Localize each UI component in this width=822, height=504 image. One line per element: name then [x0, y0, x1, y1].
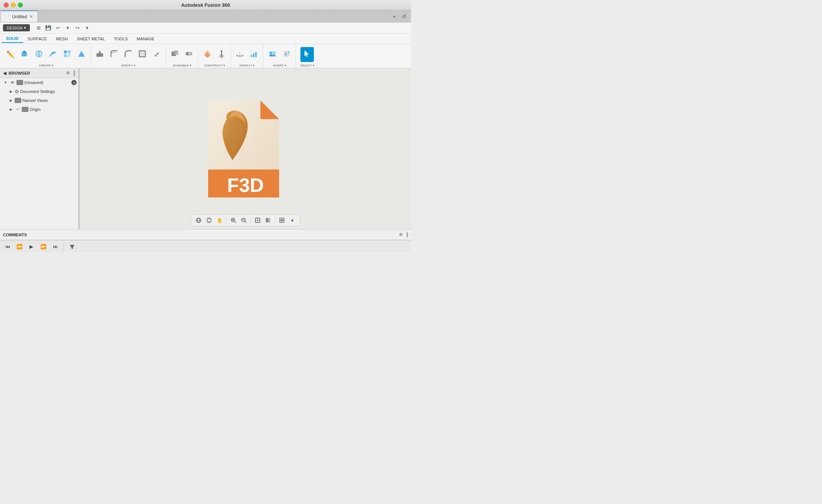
insert-canvas-button[interactable] — [266, 47, 279, 62]
inspect-label: INSPECT ▾ — [240, 64, 255, 67]
tree-item-label: Origin — [30, 107, 77, 112]
viewport-toolbar: ✋ — [191, 214, 300, 226]
more-display-button[interactable]: ▾ — [288, 216, 297, 225]
tree-item-named-views[interactable]: ▶ Named Views — [0, 96, 78, 105]
tab-surface[interactable]: SURFACE — [23, 35, 52, 43]
new-tab-button[interactable]: + — [390, 12, 398, 21]
chamfer-icon — [124, 50, 132, 59]
sketch-button[interactable]: ✏️ — [4, 47, 17, 62]
svg-rect-59 — [269, 218, 271, 223]
skip-start-button[interactable]: ⏮ — [3, 242, 12, 251]
ribbon-group-select: SELECT ▾ — [296, 44, 318, 68]
pan-button[interactable]: ✋ — [215, 216, 224, 225]
press-pull-button[interactable] — [93, 47, 106, 62]
redo-dropdown-button[interactable]: ▾ — [83, 24, 91, 32]
joint-button[interactable] — [182, 47, 196, 62]
folder-icon — [16, 80, 23, 85]
refresh-button[interactable]: ↺ — [400, 12, 408, 21]
redo-button[interactable]: ↪ — [73, 24, 81, 32]
ribbon-group-create: ✏️ — [1, 44, 91, 68]
tab-solid[interactable]: SOLID — [1, 35, 23, 43]
tree-item-root[interactable]: ▼ 👁 (Unsaved) ● — [0, 78, 78, 87]
revolve-button[interactable] — [32, 47, 46, 62]
svg-line-53 — [245, 221, 247, 223]
pattern-button[interactable] — [61, 47, 74, 62]
visibility-eye-icon[interactable]: 👁 — [9, 80, 15, 85]
main-area: ◀ BROWSER ⚙ ▼ 👁 (Unsaved) ● ▶ ⚙ Document… — [0, 68, 411, 229]
svg-point-3 — [37, 51, 40, 57]
analysis-button[interactable] — [247, 47, 261, 62]
sweep-button[interactable] — [46, 47, 60, 62]
svg-marker-39 — [305, 50, 309, 57]
filter-button[interactable] — [68, 242, 77, 251]
canvas-area[interactable]: F3D — [80, 68, 411, 229]
select-button[interactable] — [300, 47, 314, 62]
browser-settings-button[interactable]: ⚙ — [65, 70, 71, 77]
extrude-button[interactable] — [18, 47, 31, 62]
tab-tools[interactable]: TOOLS — [109, 35, 132, 43]
visibility-eye-icon[interactable]: 👁 — [15, 106, 21, 112]
svg-rect-16 — [174, 50, 178, 55]
chevron-right-icon: ▶ — [8, 107, 13, 112]
tab-close-icon[interactable]: ✕ — [30, 14, 33, 19]
svg-rect-6 — [68, 50, 71, 53]
zoom-fit-button[interactable] — [229, 216, 238, 225]
construct-tools — [201, 46, 228, 63]
measure-button[interactable] — [233, 47, 247, 62]
display-mode-button[interactable] — [253, 216, 262, 225]
chevron-right-icon: ▶ — [8, 89, 13, 94]
step-forward-button[interactable]: ⏩ — [39, 242, 48, 251]
workspace-button[interactable]: DESIGN ▾ — [3, 24, 30, 31]
measure-icon — [236, 50, 244, 59]
fit-button[interactable] — [205, 216, 214, 225]
close-button[interactable] — [4, 3, 9, 7]
appearance-button[interactable] — [264, 216, 273, 225]
svg-line-49 — [235, 221, 236, 223]
offset-plane-button[interactable] — [201, 47, 214, 62]
tab-manage[interactable]: MANAGE — [132, 35, 159, 43]
ribbon: ✏️ — [0, 44, 411, 68]
play-button[interactable]: ▶ — [27, 242, 36, 251]
select-tools — [300, 46, 314, 63]
orbit-button[interactable] — [194, 216, 203, 225]
undo-dropdown-button[interactable]: ▾ — [64, 24, 72, 32]
tree-item-doc-settings[interactable]: ▶ ⚙ Document Settings — [0, 87, 78, 96]
insert-tools: A — [266, 46, 293, 63]
pattern-icon — [63, 50, 71, 59]
svg-rect-58 — [266, 218, 269, 223]
collapse-icon[interactable]: ◀ — [3, 71, 6, 76]
axis-icon — [217, 50, 226, 59]
new-component-button[interactable] — [168, 47, 182, 62]
skip-end-button[interactable]: ⏭ — [51, 242, 60, 251]
timeline-separator — [64, 243, 64, 251]
create-more-button[interactable] — [75, 47, 88, 62]
svg-marker-1 — [22, 50, 27, 53]
zoom-button[interactable] — [240, 216, 248, 225]
tab-controls: + ↺ — [390, 10, 411, 22]
comments-settings-button[interactable]: ⚙ — [398, 231, 404, 238]
new-component-icon — [171, 50, 179, 59]
tab-mesh[interactable]: MESH — [52, 35, 72, 43]
tree-item-origin[interactable]: ▶ 👁 Origin — [0, 105, 78, 114]
chamfer-button[interactable] — [121, 47, 135, 62]
shell-button[interactable] — [136, 47, 149, 62]
grid-view-button[interactable]: ⊞ — [34, 24, 43, 32]
grid-button[interactable] — [278, 216, 287, 225]
svg-rect-30 — [251, 55, 252, 57]
maximize-button[interactable] — [18, 3, 23, 7]
undo-button[interactable]: ↩ — [54, 24, 62, 32]
save-button[interactable]: 💾 — [44, 24, 52, 32]
chevron-down-icon: ▼ — [3, 80, 8, 85]
assemble-label: ASSEMBLE ▾ — [173, 64, 191, 67]
svg-point-34 — [270, 52, 272, 54]
document-tab[interactable]: 📄 Untitled ✕ — [1, 10, 38, 22]
svg-rect-10 — [96, 53, 103, 57]
minimize-button[interactable] — [11, 3, 16, 7]
step-back-button[interactable]: ⏪ — [15, 242, 24, 251]
fillet-button[interactable] — [107, 47, 121, 62]
decal-button[interactable]: A — [280, 47, 293, 62]
axis-button[interactable] — [215, 47, 228, 62]
viewport-separator — [226, 217, 227, 224]
move-button[interactable]: ⤢ — [150, 47, 163, 62]
tab-sheet-metal[interactable]: SHEET METAL — [72, 35, 109, 43]
